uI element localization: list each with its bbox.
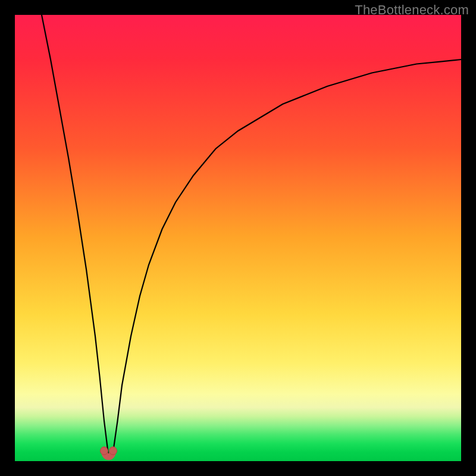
bottleneck-curve: [42, 15, 461, 457]
optimum-dot: [109, 447, 117, 455]
curve-layer: [15, 15, 461, 461]
chart-frame: TheBottleneck.com: [0, 0, 476, 476]
optimum-dot: [101, 447, 108, 455]
watermark-text: TheBottleneck.com: [355, 2, 469, 18]
